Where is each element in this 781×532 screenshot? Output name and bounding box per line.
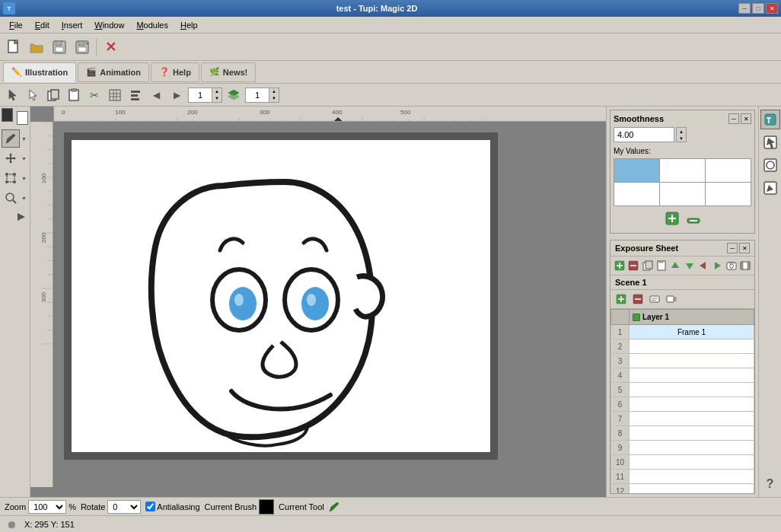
frame-cell[interactable] <box>630 426 754 441</box>
remove-value-btn[interactable] <box>686 212 701 228</box>
background-color[interactable] <box>17 111 28 125</box>
right-help-btn[interactable]: ? <box>760 474 780 494</box>
scene-add[interactable] <box>614 291 629 307</box>
frame-cell[interactable] <box>630 354 754 368</box>
tab-illustration[interactable]: ✏️ Illustration <box>3 62 76 82</box>
tab-animation[interactable]: 🎬 Animation <box>78 62 149 82</box>
right-fill-btn[interactable] <box>760 178 780 198</box>
align-btn[interactable] <box>126 86 145 104</box>
exp-paste[interactable] <box>655 258 668 273</box>
val-cell-2[interactable] <box>660 159 705 182</box>
smoothness-input[interactable] <box>614 127 674 142</box>
val-cell-3[interactable] <box>706 159 751 182</box>
pen-dropdown[interactable]: ▼ <box>20 134 28 143</box>
exp-down[interactable] <box>683 258 695 273</box>
table-row[interactable]: 5 <box>611 383 754 397</box>
grid-btn[interactable] <box>106 86 124 104</box>
table-row[interactable]: 2 <box>611 339 754 354</box>
smooth-down[interactable]: ▼ <box>677 135 686 142</box>
val-cell-1[interactable] <box>614 159 659 182</box>
panel-close[interactable]: ✕ <box>741 113 751 124</box>
menu-file[interactable]: File <box>3 19 29 31</box>
save-as-button[interactable]: + <box>72 37 93 58</box>
exposure-close[interactable]: ✕ <box>739 243 750 253</box>
add-value-btn[interactable] <box>665 211 680 230</box>
minimize-button[interactable]: ─ <box>738 3 751 14</box>
table-row[interactable]: 6 <box>611 397 754 412</box>
frame-cell[interactable] <box>630 397 754 412</box>
move-tool[interactable] <box>2 149 20 167</box>
table-row[interactable]: 11 <box>611 470 754 484</box>
foreground-color[interactable] <box>2 108 13 122</box>
frame-cell[interactable]: Frame 1 <box>630 325 754 339</box>
table-row[interactable]: 10 <box>611 455 754 470</box>
save-button[interactable] <box>49 37 70 58</box>
zoom-tool[interactable] <box>2 189 20 207</box>
transform-tool[interactable] <box>2 169 20 187</box>
open-button[interactable] <box>26 37 47 58</box>
val-cell-4[interactable] <box>614 183 659 205</box>
exp-photo[interactable] <box>725 258 737 273</box>
menu-modules[interactable]: Modules <box>130 19 174 31</box>
frame-spinner[interactable]: 1 ▲ ▼ <box>245 88 279 103</box>
transform-dropdown[interactable]: ▼ <box>20 174 28 183</box>
zoom-dropdown[interactable]: ▼ <box>20 193 28 202</box>
smooth-up[interactable]: ▲ <box>677 128 686 135</box>
exp-move-left[interactable] <box>697 258 709 273</box>
table-row[interactable]: 9 <box>611 441 754 455</box>
brush-preview[interactable] <box>259 499 274 514</box>
exp-add[interactable] <box>614 258 626 273</box>
panel-minimize[interactable]: ─ <box>728 113 739 124</box>
frame-cell[interactable] <box>630 484 754 494</box>
next-frame-btn[interactable]: ▶ <box>167 86 186 104</box>
menu-window[interactable]: Window <box>88 19 130 31</box>
cursor2-btn[interactable] <box>24 86 42 104</box>
table-row[interactable]: 8 <box>611 426 754 441</box>
paste-btn[interactable] <box>65 86 83 104</box>
exp-copy[interactable] <box>642 258 654 273</box>
restore-button[interactable]: □ <box>752 3 764 14</box>
frame-cell[interactable] <box>630 455 754 470</box>
exp-up[interactable] <box>669 258 681 273</box>
tab-help[interactable]: ❓ Help <box>151 62 199 82</box>
frame-cell[interactable] <box>630 412 754 426</box>
delete-button[interactable]: ✕ <box>100 37 121 58</box>
copy-btn[interactable] <box>44 86 62 104</box>
scene-rename[interactable] <box>647 291 662 307</box>
exp-film[interactable] <box>739 258 751 273</box>
scene-camera[interactable] <box>664 291 679 307</box>
layer-input[interactable]: 1 <box>189 91 212 100</box>
right-brush-btn[interactable] <box>760 110 780 129</box>
zoom-select[interactable]: 100 50 75 125 150 200 <box>28 500 66 514</box>
layer-spinner[interactable]: 1 ▲ ▼ <box>188 88 222 103</box>
exp-remove[interactable] <box>627 258 639 273</box>
frame-down[interactable]: ▼ <box>269 95 279 102</box>
frame-cell[interactable] <box>630 470 754 484</box>
table-row[interactable]: 3 <box>611 354 754 368</box>
cursor-btn[interactable] <box>3 86 21 104</box>
prev-frame-btn[interactable]: ◀ <box>147 86 165 104</box>
frame-input[interactable]: 1 <box>246 91 269 100</box>
menu-insert[interactable]: Insert <box>56 19 89 31</box>
frame-cell[interactable] <box>630 441 754 455</box>
right-select-btn[interactable] <box>760 132 780 152</box>
antialiasing-checkbox[interactable] <box>145 502 155 511</box>
menu-help[interactable]: Help <box>174 19 204 31</box>
canvas-wrapper[interactable]: 0 100 200 300 400 500 <box>30 107 606 497</box>
layer-up[interactable]: ▲ <box>212 88 222 95</box>
close-button[interactable]: ✕ <box>766 3 778 14</box>
table-row[interactable]: 7 <box>611 412 754 426</box>
scene-remove[interactable] <box>630 291 646 307</box>
frame-cell[interactable] <box>630 339 754 354</box>
canvas-area[interactable] <box>53 122 508 470</box>
val-cell-5[interactable] <box>660 183 705 205</box>
transform-btn[interactable]: ✂ <box>85 86 104 104</box>
exposure-minimize[interactable]: ─ <box>727 243 738 253</box>
tab-news[interactable]: 🌿 News! <box>201 62 256 82</box>
pen-tool[interactable] <box>2 129 20 148</box>
right-shapes-btn[interactable] <box>760 155 780 175</box>
rotate-select[interactable]: 0 90 180 270 <box>107 500 141 514</box>
frame-cell[interactable] <box>630 383 754 397</box>
layer-down[interactable]: ▼ <box>212 95 222 102</box>
frame-cell[interactable] <box>630 368 754 383</box>
